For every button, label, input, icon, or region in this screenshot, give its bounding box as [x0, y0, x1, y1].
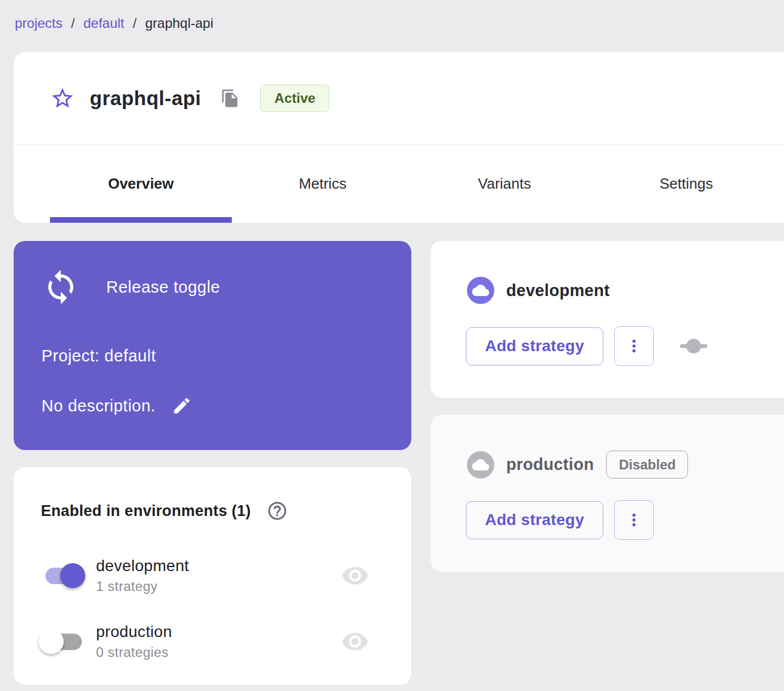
tab-variants[interactable]: Variants: [414, 145, 595, 223]
environment-menu-button[interactable]: [614, 326, 654, 366]
environment-row-name: production: [96, 623, 172, 641]
environment-row-production: production 0 strategies: [41, 623, 384, 660]
environment-row-labels: production 0 strategies: [96, 623, 172, 660]
toggle-type-header: Release toggle: [42, 268, 220, 306]
disabled-badge: Disabled: [606, 451, 688, 478]
environment-row-labels: development 1 strategy: [96, 557, 189, 594]
environment-row-strategies: 1 strategy: [96, 578, 189, 594]
toggle-knob: [60, 563, 85, 588]
visibility-button[interactable]: [341, 561, 369, 590]
toggle-type-label: Release toggle: [106, 278, 220, 297]
breadcrumb-current: graphql-api: [145, 15, 213, 31]
tab-label: Overview: [108, 175, 174, 193]
environment-card-production: production Disabled Add strategy: [431, 415, 784, 572]
loop-icon: [42, 268, 80, 306]
help-circle-icon: [266, 500, 288, 522]
environment-name: development: [506, 281, 610, 300]
breadcrumb-separator: /: [133, 15, 137, 31]
enabled-environments-header: Enabled in environments (1): [41, 467, 384, 522]
breadcrumb-link-projects[interactable]: projects: [15, 15, 62, 31]
environment-row-name: development: [96, 557, 189, 575]
enabled-environments-title: Enabled in environments (1): [41, 502, 251, 520]
tab-bar: Overview Metrics Variants Settings: [50, 145, 784, 223]
environment-menu-button[interactable]: [614, 500, 654, 540]
enabled-environments-card: Enabled in environments (1) development …: [14, 467, 411, 685]
toggle-project-label: Project: default: [41, 347, 156, 365]
tab-metrics[interactable]: Metrics: [232, 145, 414, 223]
copy-name-button[interactable]: [220, 88, 240, 109]
tab-label: Variants: [478, 175, 531, 193]
breadcrumb-link-default[interactable]: default: [84, 15, 124, 31]
add-strategy-button[interactable]: Add strategy: [466, 327, 603, 365]
add-strategy-button[interactable]: Add strategy: [466, 501, 603, 539]
development-toggle[interactable]: [41, 562, 86, 589]
more-vert-icon: [624, 336, 644, 356]
pencil-icon: [172, 396, 192, 416]
tab-settings[interactable]: Settings: [595, 145, 777, 223]
strategy-slider-icon: [679, 338, 708, 354]
environment-header: development: [467, 277, 610, 304]
star-outline-icon: [50, 86, 75, 111]
environment-avatar: [467, 451, 494, 478]
cloud-icon: [472, 282, 489, 299]
favorite-button[interactable]: [50, 86, 75, 111]
active-tab-indicator: [50, 217, 232, 223]
toggle-description-row: No description.: [41, 394, 193, 417]
tab-label: Settings: [660, 175, 713, 193]
toggle-description: No description.: [41, 397, 156, 415]
page-title: graphql-api: [90, 87, 201, 110]
more-vert-icon: [624, 510, 644, 530]
environment-row-strategies: 0 strategies: [96, 644, 172, 660]
visibility-button[interactable]: [341, 627, 369, 656]
toggle-knob: [39, 629, 64, 654]
feature-title-row: graphql-api Active: [14, 52, 784, 144]
help-button[interactable]: [266, 500, 288, 522]
breadcrumb-separator: /: [71, 15, 75, 31]
environment-avatar: [467, 277, 494, 304]
copy-icon: [220, 89, 240, 108]
feature-header-card: graphql-api Active Overview Metrics Vari…: [14, 52, 784, 223]
toggle-type-card: Release toggle Project: default No descr…: [14, 241, 411, 450]
edit-description-button[interactable]: [170, 394, 193, 417]
environment-controls: Add strategy: [466, 500, 654, 540]
environment-row-development: development 1 strategy: [41, 557, 384, 594]
status-badge: Active: [260, 85, 330, 112]
eye-icon: [341, 561, 369, 590]
environment-header: production Disabled: [467, 451, 688, 478]
breadcrumb: projects / default / graphql-api: [15, 15, 214, 31]
environment-controls: Add strategy: [466, 326, 708, 366]
production-toggle[interactable]: [41, 628, 86, 655]
environment-name: production: [506, 455, 594, 474]
cloud-icon: [472, 456, 489, 473]
tab-overview[interactable]: Overview: [50, 145, 232, 223]
eye-icon: [341, 627, 369, 656]
environment-card-development: development Add strategy: [431, 241, 784, 398]
tab-label: Metrics: [299, 175, 347, 193]
